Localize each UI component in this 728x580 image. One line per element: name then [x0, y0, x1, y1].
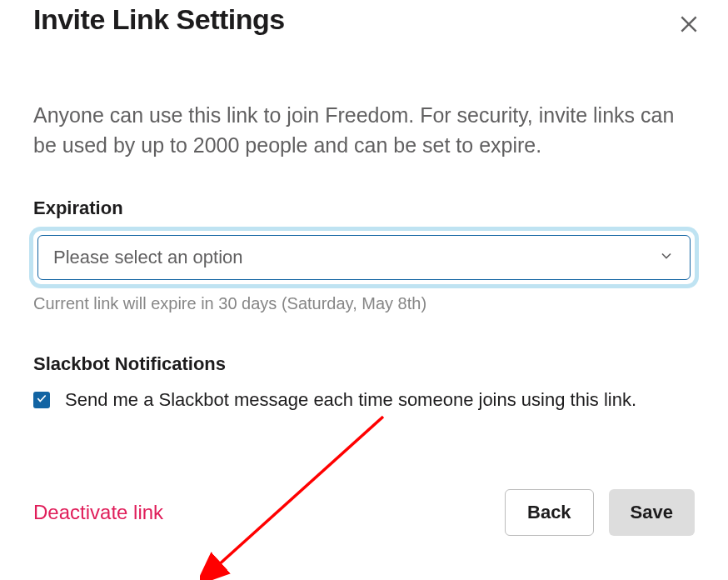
checkmark-icon	[36, 392, 47, 408]
notifications-checkbox[interactable]	[33, 392, 50, 408]
notifications-checkbox-label: Send me a Slackbot message each time som…	[65, 387, 636, 413]
expiration-select-focus-ring: Please select an option	[33, 231, 695, 284]
back-button[interactable]: Back	[505, 489, 594, 536]
modal-title: Invite Link Settings	[33, 3, 285, 36]
close-icon	[678, 23, 700, 38]
invite-link-settings-modal: Invite Link Settings Anyone can use this…	[0, 0, 728, 536]
modal-header: Invite Link Settings	[33, 0, 695, 42]
chevron-down-icon	[658, 248, 675, 268]
close-button[interactable]	[675, 10, 703, 42]
footer-buttons: Back Save	[505, 489, 695, 536]
expiration-select[interactable]: Please select an option	[37, 235, 691, 280]
modal-footer: Deactivate link Back Save	[33, 489, 695, 536]
notifications-checkbox-row: Send me a Slackbot message each time som…	[33, 387, 695, 413]
deactivate-link[interactable]: Deactivate link	[33, 501, 163, 524]
expiration-helper-text: Current link will expire in 30 days (Sat…	[33, 294, 695, 313]
modal-description: Anyone can use this link to join Freedom…	[33, 100, 695, 161]
save-button[interactable]: Save	[609, 489, 695, 536]
expiration-label: Expiration	[33, 198, 695, 219]
notifications-label: Slackbot Notifications	[33, 353, 695, 375]
expiration-select-placeholder: Please select an option	[53, 247, 243, 268]
